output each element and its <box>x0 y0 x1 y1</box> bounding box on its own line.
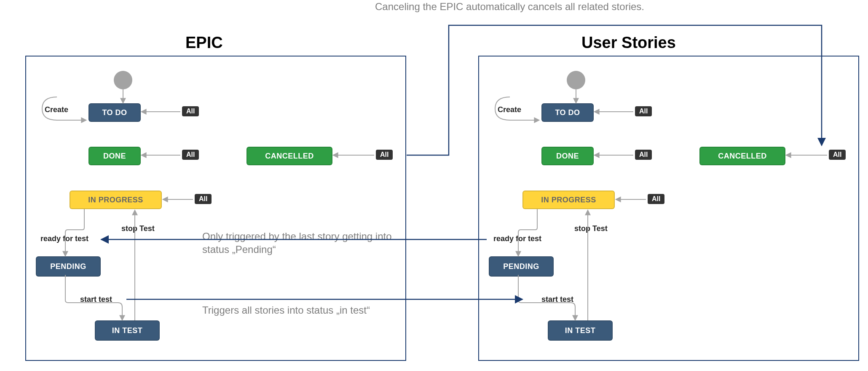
arrows <box>0 0 868 371</box>
